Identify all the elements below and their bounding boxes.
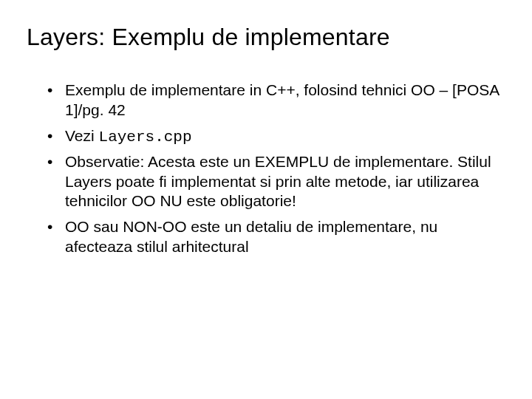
list-item: Observatie: Acesta este un EXEMPLU de im…: [47, 152, 505, 214]
list-item: OO sau NON-OO este un detaliu de impleme…: [47, 217, 505, 259]
bullet-list: Exemplu de implementare in C++, folosind…: [27, 81, 505, 259]
bullet-text: Exemplu de implementare in C++, folosind…: [65, 81, 499, 118]
bullet-text: OO sau NON-OO este un detaliu de impleme…: [65, 218, 437, 255]
code-text: Layers.cpp: [99, 129, 192, 146]
list-item: Exemplu de implementare in C++, folosind…: [47, 81, 505, 122]
bullet-text: Vezi: [65, 127, 99, 144]
page-title: Layers: Exemplu de implementare: [27, 24, 505, 51]
list-item: Vezi Layers.cpp: [47, 126, 505, 148]
slide: Layers: Exemplu de implementare Exemplu …: [0, 0, 532, 399]
bullet-text: Observatie: Acesta este un EXEMPLU de im…: [65, 153, 491, 210]
